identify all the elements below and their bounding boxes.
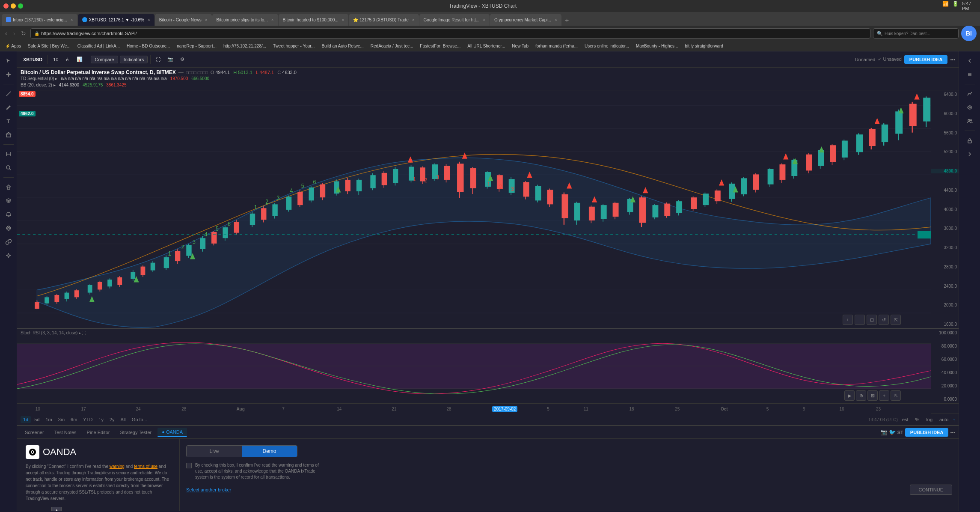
td-seq-label[interactable]: TD Sequential (0) ▸ — [21, 76, 57, 81]
publish-idea-bottom-button[interactable]: PUBLISH IDEA — [905, 428, 949, 437]
osc-label[interactable]: Stoch RSI (3, 3, 14, 14, close) ▸ — [21, 330, 81, 335]
sidebar-shapes-tool[interactable] — [3, 129, 15, 141]
bookmark-tweet[interactable]: Tweet hopper - Your... — [271, 43, 316, 49]
auto-button[interactable]: auto — [937, 416, 951, 423]
sidebar-cursor-tool[interactable] — [3, 55, 15, 67]
sidebar-line-tool[interactable] — [3, 88, 15, 100]
tab-close-btc100k[interactable]: × — [342, 18, 344, 22]
bookmark-red[interactable]: RedAcacia / Just tec... — [369, 43, 415, 49]
osc-settings-button[interactable]: ⊠ — [867, 390, 878, 401]
symbol-display[interactable]: XBTUSD — [21, 56, 45, 63]
sidebar-measure-tool[interactable] — [3, 148, 15, 160]
terms-checkbox[interactable] — [186, 463, 192, 468]
tf-goto[interactable]: Go to... — [129, 416, 150, 423]
tf-all[interactable]: All — [118, 416, 128, 423]
close-button[interactable] — [3, 3, 9, 9]
tab-google-image[interactable]: Google Image Result for htt... × — [419, 14, 490, 26]
sidebar-link[interactable] — [3, 236, 15, 248]
bb-label[interactable]: BB (20, close, 2) ▸ — [21, 83, 56, 87]
bookmark-bitly[interactable]: bit.ly straightforward — [683, 43, 725, 49]
tab-test-notes[interactable]: Test Notes — [50, 428, 81, 437]
expand-osc-icon[interactable]: ⛶ — [82, 330, 86, 335]
auto-scale-button[interactable]: ⊡ — [867, 315, 877, 325]
tab-google-news[interactable]: Bitcoin - Google News × — [155, 14, 212, 26]
bookmark-forhan[interactable]: forhan manda (ferha... — [534, 43, 579, 49]
refresh-button[interactable]: ↻ — [19, 29, 28, 38]
minimize-button[interactable] — [11, 3, 16, 9]
bookmark-apps[interactable]: ⚡ Apps — [3, 43, 23, 49]
bookmark-newtab[interactable]: New Tab — [510, 43, 530, 49]
more-options-button[interactable]: ••• — [950, 57, 955, 62]
tf-6m[interactable]: 6m — [68, 416, 80, 423]
tab-close-google[interactable]: × — [205, 18, 208, 22]
log-scale-button[interactable]: est — [900, 416, 911, 423]
bookmark-url[interactable]: All URL Shortener... — [466, 43, 507, 49]
percent-button[interactable]: % — [913, 416, 922, 423]
tab-xbtusd[interactable]: XBTUSD: 12176.1 ▼ -10.6% × — [78, 14, 154, 26]
tab-oanda[interactable]: ● OANDA — [157, 428, 187, 437]
bookmark-nanorep[interactable]: nanoRep - Support... — [175, 43, 218, 49]
tf-1m[interactable]: 1m — [43, 416, 55, 423]
tab-strategy-tester[interactable]: Strategy Tester — [116, 428, 156, 437]
chart-type-bar[interactable]: 📊 — [74, 55, 85, 63]
sidebar-right-eye[interactable] — [964, 101, 976, 113]
sidebar-settings[interactable] — [3, 250, 15, 262]
sidebar-crosshair-tool[interactable] — [3, 68, 15, 80]
maximize-button[interactable] — [18, 3, 23, 9]
indicators-button[interactable]: Indicators — [120, 56, 148, 63]
log-button[interactable]: log — [924, 416, 935, 423]
tf-1d[interactable]: 1d — [21, 416, 31, 423]
zoom-out-button[interactable]: − — [855, 315, 865, 325]
tab-screener[interactable]: Screener — [21, 428, 48, 437]
more-bottom-icon[interactable]: ••• — [950, 430, 955, 435]
oscillator-canvas[interactable]: Stoch RSI (3, 3, 14, 14, close) ▸ ⛶ — [17, 329, 931, 403]
tab-inbox[interactable]: Inbox (137,260) - eylemcig... × — [2, 14, 77, 26]
tab-close-crypto[interactable]: × — [555, 18, 557, 22]
timeframe-selector[interactable]: 10 — [50, 56, 61, 63]
sidebar-right-list[interactable] — [964, 68, 976, 80]
sidebar-watch[interactable] — [3, 222, 15, 234]
zoom-in-button[interactable]: + — [843, 315, 853, 325]
osc-skip-button[interactable]: ⊕ — [856, 390, 866, 401]
osc-expand2-button[interactable]: ⇱ — [891, 390, 901, 401]
osc-zoom-button[interactable]: + — [879, 390, 889, 401]
osc-play-button[interactable]: ▶ — [844, 390, 855, 401]
tab-close-gimg[interactable]: × — [483, 18, 485, 22]
tf-3m[interactable]: 3m — [56, 416, 67, 423]
bookmark-ip[interactable]: http://75.102.21.228/... — [222, 43, 268, 49]
jump-button[interactable]: ↑ — [953, 417, 956, 422]
tab-close-xbtusd[interactable]: × — [148, 18, 150, 22]
tab-trade[interactable]: ⭐ 12175.0 (XBTUSD) Trade × — [349, 14, 419, 26]
tf-2y[interactable]: 2y — [107, 416, 117, 423]
back-button[interactable]: ‹ — [3, 29, 9, 38]
tab-bitcoin-price[interactable]: Bitcoin price slips to its lo... × — [212, 14, 278, 26]
sidebar-home[interactable] — [3, 181, 15, 193]
bookmark-sale[interactable]: Sale A Site | Buy We... — [26, 43, 72, 49]
camera-icon[interactable]: 📷 — [880, 429, 887, 435]
bookmark-maxbounty[interactable]: MaxBounty - Highes... — [634, 43, 680, 49]
sidebar-right-lock[interactable] — [964, 134, 976, 146]
new-tab-button[interactable]: + — [562, 15, 572, 26]
sidebar-alerts[interactable] — [3, 208, 15, 220]
tf-1y[interactable]: 1y — [96, 416, 106, 423]
bookmark-home[interactable]: Home - BD Outsourc... — [125, 43, 172, 49]
google-search-bar[interactable]: 🔍 Huis kopen? Dan best... — [873, 28, 959, 39]
tab-crypto-market[interactable]: Cryptocurrency Market Capi... × — [490, 14, 561, 26]
sidebar-zoom-tool[interactable] — [3, 162, 15, 174]
terms-link[interactable]: terms of use — [134, 464, 157, 469]
tf-5d[interactable]: 5d — [32, 416, 42, 423]
chart-type-candles[interactable]: 🕯 — [62, 56, 72, 63]
sidebar-text-tool[interactable]: T — [3, 115, 15, 127]
tab-close-btc-price[interactable]: × — [271, 18, 274, 22]
settings-button[interactable]: ⚙ — [178, 55, 187, 63]
tab-pine-editor[interactable]: Pine Editor — [83, 428, 114, 437]
google-account-button[interactable]: BI — [961, 26, 977, 41]
sidebar-pen-tool[interactable] — [3, 101, 15, 113]
sidebar-right-arrow-right[interactable] — [964, 148, 976, 160]
tab-close-inbox[interactable]: × — [71, 18, 73, 22]
chart-canvas[interactable]: 1 2 3 4 5 6 1 2 3 4 5 6 1 2 3 1 — [17, 90, 931, 328]
tab-close-trade[interactable]: × — [412, 18, 415, 22]
publish-idea-button[interactable]: PUBLISH IDEA — [904, 55, 948, 64]
sidebar-right-chart[interactable] — [964, 88, 976, 100]
sidebar-right-arrow-left[interactable] — [964, 55, 976, 67]
